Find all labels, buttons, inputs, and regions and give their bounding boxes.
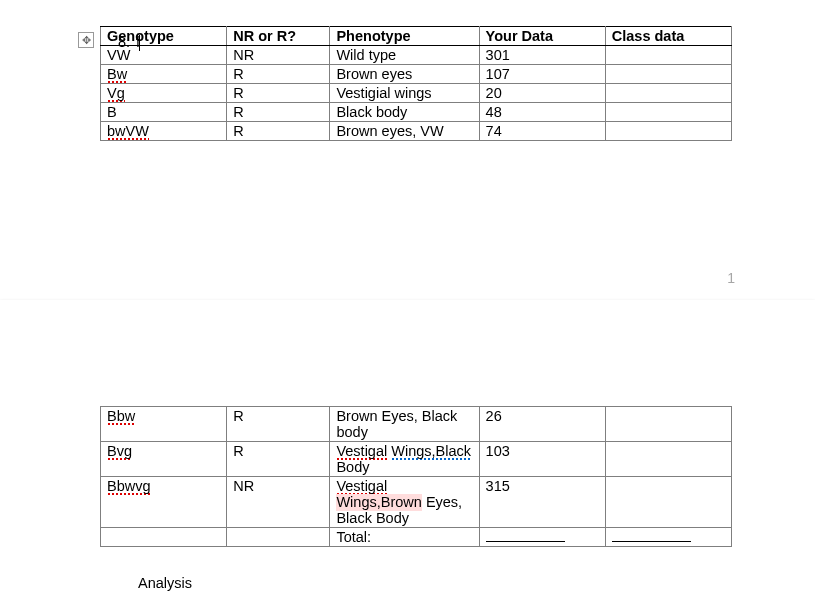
cell-genotype[interactable]: Bvg (101, 442, 227, 477)
cell-phenotype[interactable]: Vestigal Wings,Black Body (330, 442, 479, 477)
col-phenotype: Phenotype (330, 27, 479, 46)
cell-phenotype[interactable]: Vestigal Wings,Brown Eyes, Black Body (330, 477, 479, 528)
cell-nr[interactable]: R (227, 84, 330, 103)
cell-nr[interactable]: R (227, 442, 330, 477)
cell-class-data[interactable] (605, 477, 731, 528)
cell-your-data[interactable]: 301 (479, 46, 605, 65)
table-row[interactable]: BbwvgNRVestigal Wings,Brown Eyes, Black … (101, 477, 732, 528)
cell-phenotype[interactable]: Black body (330, 103, 479, 122)
table-row[interactable]: VWNRWild type301 (101, 46, 732, 65)
cell-genotype[interactable]: Vg (101, 84, 227, 103)
cell-your-data[interactable]: 107 (479, 65, 605, 84)
cell-your-data[interactable]: 48 (479, 103, 605, 122)
cell-genotype[interactable]: Bbw (101, 407, 227, 442)
page-2: BbwRBrown Eyes, Black body26BvgRVestigal… (0, 300, 815, 607)
table-move-handle-icon[interactable]: ✥ (78, 32, 94, 48)
cell-nr[interactable]: R (227, 65, 330, 84)
col-nr: NR or R? (227, 27, 330, 46)
table-row[interactable]: bwVWRBrown eyes, VW74 (101, 122, 732, 141)
cell-class-data[interactable] (605, 528, 731, 547)
blank-line[interactable] (612, 529, 691, 542)
numbered-list-line[interactable]: 8.f (118, 34, 140, 51)
cell-class-data[interactable] (605, 65, 731, 84)
word-editing-surface: ✥ 8.f Genotype NR or R? Phenotype Your D… (0, 0, 815, 607)
cell-nr[interactable]: NR (227, 477, 330, 528)
cell-phenotype[interactable]: Wild type (330, 46, 479, 65)
cell-your-data[interactable]: 26 (479, 407, 605, 442)
cell-nr[interactable]: R (227, 407, 330, 442)
cell-your-data[interactable] (479, 528, 605, 547)
col-class-data: Class data (605, 27, 731, 46)
cell-class-data[interactable] (605, 84, 731, 103)
cell-class-data[interactable] (605, 122, 731, 141)
cell-class-data[interactable] (605, 46, 731, 65)
cell-class-data[interactable] (605, 407, 731, 442)
cell-nr[interactable]: R (227, 103, 330, 122)
cell-your-data[interactable]: 315 (479, 477, 605, 528)
cell-genotype[interactable] (101, 528, 227, 547)
table-row[interactable]: BRBlack body48 (101, 103, 732, 122)
text-cursor-icon (139, 35, 140, 51)
cell-nr[interactable]: NR (227, 46, 330, 65)
table-header-row: Genotype NR or R? Phenotype Your Data Cl… (101, 27, 732, 46)
list-number: 8. (118, 34, 130, 50)
table-row[interactable]: BvgRVestigal Wings,Black Body103 (101, 442, 732, 477)
table-row[interactable]: BwRBrown eyes107 (101, 65, 732, 84)
cell-your-data[interactable]: 20 (479, 84, 605, 103)
analysis-heading: Analysis (138, 575, 815, 591)
cell-nr[interactable]: R (227, 122, 330, 141)
cell-genotype[interactable]: Bw (101, 65, 227, 84)
cell-phenotype[interactable]: Brown Eyes, Black body (330, 407, 479, 442)
blank-line[interactable] (486, 529, 565, 542)
cell-class-data[interactable] (605, 103, 731, 122)
cell-nr[interactable] (227, 528, 330, 547)
cell-genotype[interactable]: B (101, 103, 227, 122)
genotype-table-top[interactable]: Genotype NR or R? Phenotype Your Data Cl… (100, 26, 732, 141)
page-number: 1 (727, 270, 735, 286)
cell-phenotype[interactable]: Total: (330, 528, 479, 547)
table-row[interactable]: VgRVestigial wings20 (101, 84, 732, 103)
cell-genotype[interactable]: bwVW (101, 122, 227, 141)
cell-phenotype[interactable]: Brown eyes, VW (330, 122, 479, 141)
cell-your-data[interactable]: 103 (479, 442, 605, 477)
cell-genotype[interactable]: Bbwvg (101, 477, 227, 528)
cell-class-data[interactable] (605, 442, 731, 477)
table-row[interactable]: Total: (101, 528, 732, 547)
table-row[interactable]: BbwRBrown Eyes, Black body26 (101, 407, 732, 442)
page-1: ✥ 8.f Genotype NR or R? Phenotype Your D… (0, 0, 815, 310)
genotype-table-bottom[interactable]: BbwRBrown Eyes, Black body26BvgRVestigal… (100, 406, 732, 547)
cell-phenotype[interactable]: Vestigial wings (330, 84, 479, 103)
col-your-data: Your Data (479, 27, 605, 46)
cell-your-data[interactable]: 74 (479, 122, 605, 141)
cell-phenotype[interactable]: Brown eyes (330, 65, 479, 84)
